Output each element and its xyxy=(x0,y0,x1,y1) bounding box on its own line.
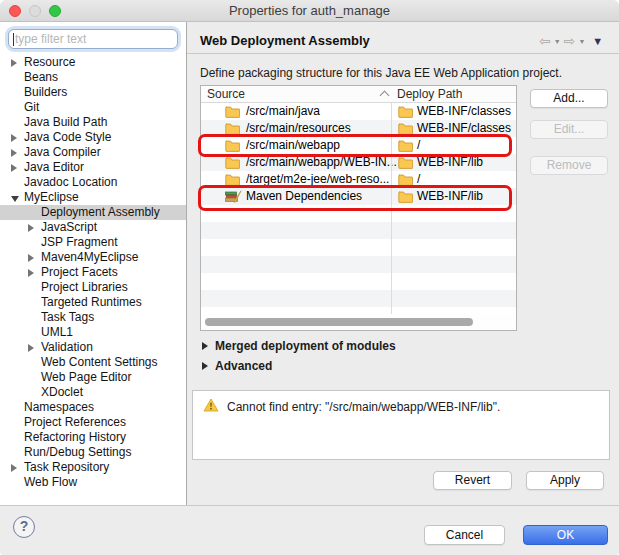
table-row[interactable]: /src/main/webapp/WEB-IN...WEB-INF/lib xyxy=(201,154,516,171)
chevron-right-icon[interactable] xyxy=(11,149,17,157)
chevron-right-icon xyxy=(202,342,208,350)
folder-icon xyxy=(398,173,413,186)
table-row[interactable]: /target/m2e-jee/web-reso.../ xyxy=(201,171,516,188)
folder-icon xyxy=(225,156,240,169)
section-advanced[interactable]: Advanced xyxy=(202,359,272,373)
sidebar-item-task-repository[interactable]: Task Repository xyxy=(0,460,186,475)
sidebar-item-namespaces[interactable]: Namespaces xyxy=(0,400,186,415)
sort-ascending-icon xyxy=(380,91,390,101)
sidebar-item-label: Namespaces xyxy=(24,400,94,414)
minimize-button[interactable] xyxy=(29,5,41,17)
table-row[interactable]: /src/main/resourcesWEB-INF/classes xyxy=(201,120,516,137)
sidebar-item-web-page-editor[interactable]: Web Page Editor xyxy=(0,370,186,385)
sidebar-item-label: Java Editor xyxy=(24,160,84,174)
sidebar-item-label: Builders xyxy=(24,85,67,99)
header-divider xyxy=(187,53,619,54)
sidebar-item-resource[interactable]: Resource xyxy=(0,55,186,70)
help-button[interactable]: ? xyxy=(13,516,35,538)
table-row-empty xyxy=(201,222,516,239)
sidebar-item-label: Web Flow xyxy=(24,475,77,489)
sidebar-item-java-compiler[interactable]: Java Compiler xyxy=(0,145,186,160)
horizontal-scrollbar-thumb[interactable] xyxy=(205,318,473,326)
sidebar-item-maven4myeclipse[interactable]: Maven4MyEclipse xyxy=(0,250,186,265)
filter-input[interactable] xyxy=(8,29,178,49)
sidebar-item-project-facets[interactable]: Project Facets xyxy=(0,265,186,280)
column-header-source[interactable]: Source xyxy=(207,87,245,101)
column-header-deploy-path[interactable]: Deploy Path xyxy=(397,87,462,101)
sidebar-item-project-libraries[interactable]: Project Libraries xyxy=(0,280,186,295)
sidebar-item-javadoc-location[interactable]: Javadoc Location xyxy=(0,175,186,190)
sidebar-item-beans[interactable]: Beans xyxy=(0,70,186,85)
folder-icon xyxy=(398,122,413,135)
sidebar-item-java-code-style[interactable]: Java Code Style xyxy=(0,130,186,145)
back-dropdown-icon[interactable]: ▼ xyxy=(554,38,561,45)
sidebar-item-project-references[interactable]: Project References xyxy=(0,415,186,430)
sidebar-item-git[interactable]: Git xyxy=(0,100,186,115)
sidebar-item-label: XDoclet xyxy=(41,385,83,399)
sidebar-item-javascript[interactable]: JavaScript xyxy=(0,220,186,235)
folder-icon xyxy=(398,156,413,169)
table-row[interactable]: /src/main/webapp/ xyxy=(201,137,516,154)
zoom-button[interactable] xyxy=(49,5,61,17)
table-body: /src/main/javaWEB-INF/classes/src/main/r… xyxy=(201,103,516,315)
sidebar-item-xdoclet[interactable]: XDoclet xyxy=(0,385,186,400)
deploy-path-cell: WEB-INF/classes xyxy=(417,104,511,118)
sidebar-item-label: Git xyxy=(24,100,39,114)
chevron-down-icon[interactable] xyxy=(11,196,19,202)
chevron-right-icon[interactable] xyxy=(11,464,17,472)
sidebar-item-refactoring-history[interactable]: Refactoring History xyxy=(0,430,186,445)
sidebar-item-label: Beans xyxy=(24,70,58,84)
sidebar-item-java-editor[interactable]: Java Editor xyxy=(0,160,186,175)
chevron-right-icon[interactable] xyxy=(11,164,17,172)
source-cell: /src/main/java xyxy=(246,104,320,118)
horizontal-scrollbar[interactable] xyxy=(201,314,516,330)
chevron-right-icon[interactable] xyxy=(28,269,34,277)
source-cell: /target/m2e-jee/web-reso... xyxy=(246,172,389,186)
apply-button[interactable]: Apply xyxy=(526,471,604,490)
sidebar-item-validation[interactable]: Validation xyxy=(0,340,186,355)
forward-icon[interactable]: ⇨ xyxy=(564,34,576,48)
sidebar-item-java-build-path[interactable]: Java Build Path xyxy=(0,115,186,130)
sidebar-item-label: Refactoring History xyxy=(24,430,126,444)
chevron-right-icon[interactable] xyxy=(28,254,34,262)
sidebar-item-myeclipse[interactable]: MyEclipse xyxy=(0,190,186,205)
folder-icon xyxy=(225,139,240,152)
cancel-button[interactable]: Cancel xyxy=(424,525,505,545)
table-row[interactable]: Maven DependenciesWEB-INF/lib xyxy=(201,188,516,205)
ok-button[interactable]: OK xyxy=(523,525,608,545)
edit-button[interactable]: Edit... xyxy=(530,120,608,139)
section-merged-deployment[interactable]: Merged deployment of modules xyxy=(202,339,396,353)
sidebar-item-label: Deployment Assembly xyxy=(41,205,160,219)
table-row-empty xyxy=(201,239,516,256)
sidebar-item-uml1[interactable]: UML1 xyxy=(0,325,186,340)
table-header: Source Deploy Path xyxy=(201,86,516,103)
revert-button[interactable]: Revert xyxy=(433,471,512,490)
sidebar-item-jsp-fragment[interactable]: JSP Fragment xyxy=(0,235,186,250)
sidebar-item-run-debug-settings[interactable]: Run/Debug Settings xyxy=(0,445,186,460)
sidebar-item-task-tags[interactable]: Task Tags xyxy=(0,310,186,325)
sidebar-item-targeted-runtimes[interactable]: Targeted Runtimes xyxy=(0,295,186,310)
chevron-right-icon[interactable] xyxy=(28,224,34,232)
sidebar-item-web-content-settings[interactable]: Web Content Settings xyxy=(0,355,186,370)
properties-dialog: Properties for auth_manage ResourceBeans… xyxy=(0,0,619,555)
sidebar-item-label: Resource xyxy=(24,55,75,69)
table-row-empty xyxy=(201,290,516,307)
section-label: Advanced xyxy=(215,359,272,373)
add-button[interactable]: Add... xyxy=(530,89,608,108)
folder-icon xyxy=(398,190,413,203)
sidebar-item-web-flow[interactable]: Web Flow xyxy=(0,475,186,490)
chevron-right-icon[interactable] xyxy=(11,134,17,142)
section-label: Merged deployment of modules xyxy=(215,339,396,353)
remove-button[interactable]: Remove xyxy=(530,156,608,175)
chevron-right-icon[interactable] xyxy=(28,344,34,352)
chevron-right-icon[interactable] xyxy=(11,59,17,67)
table-row[interactable]: /src/main/javaWEB-INF/classes xyxy=(201,103,516,120)
sidebar-item-label: Project References xyxy=(24,415,126,429)
forward-dropdown-icon[interactable]: ▼ xyxy=(578,38,585,45)
sidebar-item-builders[interactable]: Builders xyxy=(0,85,186,100)
sidebar-item-label: Targeted Runtimes xyxy=(41,295,142,309)
back-icon[interactable]: ⇦ xyxy=(539,34,551,48)
close-button[interactable] xyxy=(9,5,21,17)
sidebar-item-deployment-assembly[interactable]: Deployment Assembly xyxy=(0,205,186,220)
view-menu-icon[interactable]: ▼ xyxy=(592,36,603,47)
